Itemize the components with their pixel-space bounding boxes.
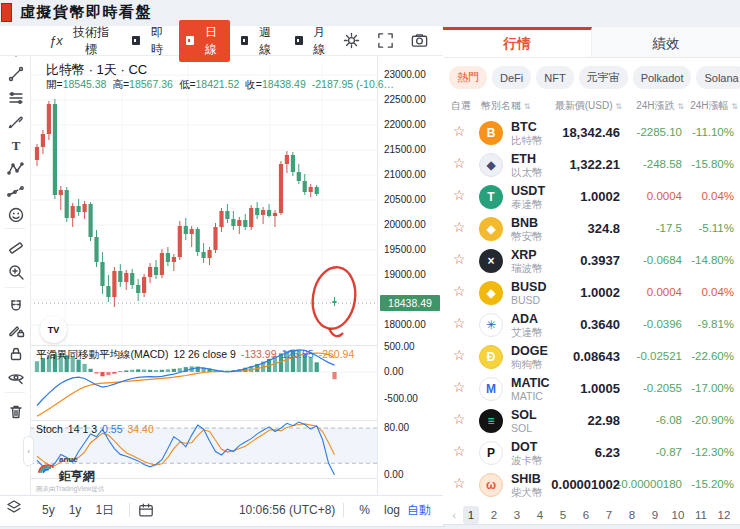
layers-icon — [5, 498, 23, 516]
tool-forecast-button[interactable] — [4, 180, 28, 204]
tool-brush-button[interactable] — [4, 110, 28, 134]
coin-symbol: SHIB — [511, 472, 541, 486]
filter-pill[interactable]: 熱門 — [449, 66, 487, 89]
tool-text-button[interactable]: T — [4, 133, 28, 157]
page-4[interactable]: 4 — [532, 506, 548, 524]
toolbar-collapse-handle[interactable]: ‹ — [23, 436, 34, 466]
tool-gann-fib-button[interactable] — [4, 86, 28, 110]
range-5y-button[interactable]: 5y — [42, 503, 55, 517]
market-row-busd[interactable]: ☆◆BUSDBUSD1.00020.00040.04% — [443, 277, 740, 309]
goto-date-calendar-icon[interactable] — [138, 502, 154, 518]
tab-quotes[interactable]: 行情 — [443, 27, 592, 57]
filter-pill[interactable]: 元宇宙 — [579, 66, 628, 89]
watchlist-star-icon[interactable]: ☆ — [453, 412, 466, 426]
symbol-title: 比特幣 · 1天 · CC — [46, 61, 147, 79]
price-tick: 21000.00 — [384, 169, 426, 180]
table-header: 自選 幣別名稱 ⇅ 最新價(USD) ⇅ 24H漲跌 ⇅ 24H漲幅 ⇅ — [443, 95, 740, 117]
interval-daily-button[interactable]: 日線 — [179, 20, 229, 62]
market-row-usdt[interactable]: ☆TUSDT泰達幣1.00020.00040.04% — [443, 181, 740, 213]
market-row-xrp[interactable]: ☆×XRP瑞波幣0.3937-0.0684-14.80% — [443, 245, 740, 277]
page-10[interactable]: 10 — [670, 506, 686, 524]
sol-coin-icon: ≡ — [479, 409, 503, 433]
col-name[interactable]: 幣別名稱 ⇅ — [481, 99, 530, 113]
interval-weekly-button[interactable]: 週線 — [234, 20, 284, 62]
tool-lock-all-button[interactable] — [4, 342, 28, 366]
fullscreen-icon[interactable] — [376, 31, 395, 50]
market-row-bnb[interactable]: ☆◆BNB幣安幣324.8-17.5-5.11% — [443, 213, 740, 245]
filter-pill[interactable]: DeFi — [492, 66, 531, 89]
price-chart-canvas[interactable] — [30, 56, 377, 345]
page-5[interactable]: 5 — [555, 506, 571, 524]
chart-bottom-bar: 5y 1y 1日 10:06:56 (UTC+8) % log 自動 — [0, 495, 443, 524]
tool-drawing-lock-button[interactable] — [4, 318, 28, 342]
watchlist-star-icon[interactable]: ☆ — [453, 284, 466, 298]
tradingview-logo[interactable]: TV — [40, 316, 67, 343]
page-3[interactable]: 3 — [509, 506, 525, 524]
text-icon: T — [7, 136, 25, 154]
filter-pill[interactable]: Polkadot — [633, 66, 692, 89]
market-row-doge[interactable]: ☆ÐDOGE狗狗幣0.08643-0.02521-22.60% — [443, 341, 740, 373]
log-scale-button[interactable]: log — [384, 503, 400, 517]
watchlist-star-icon[interactable]: ☆ — [453, 380, 466, 394]
interval-realtime-button[interactable]: 即時 — [125, 20, 175, 62]
page-11[interactable]: 11 — [693, 506, 709, 524]
page-2[interactable]: 2 — [486, 506, 502, 524]
page-9[interactable]: 9 — [647, 506, 663, 524]
page-7[interactable]: 7 — [601, 506, 617, 524]
coin-symbol: SOL — [511, 408, 537, 422]
eth-coin-icon: ◆ — [479, 153, 503, 177]
settings-gear-icon[interactable] — [342, 31, 361, 50]
market-row-matic[interactable]: ☆MMATICMATIC1.0005-0.2055-17.00% — [443, 373, 740, 405]
object-tree-button[interactable] — [5, 498, 23, 519]
camera-icon[interactable] — [410, 31, 429, 50]
page-6[interactable]: 6 — [578, 506, 594, 524]
page-12[interactable]: 12 — [716, 506, 732, 524]
watchlist-star-icon[interactable]: ☆ — [453, 220, 466, 234]
price-axis[interactable]: 23000.0022500.0022000.0021500.0021000.00… — [377, 56, 444, 495]
watchlist-star-icon[interactable]: ☆ — [453, 156, 466, 170]
percent-scale-button[interactable]: % — [359, 503, 370, 517]
page-8[interactable]: 8 — [624, 506, 640, 524]
watchlist-star-icon[interactable]: ☆ — [453, 188, 466, 202]
auto-scale-button[interactable]: 自動 — [407, 502, 431, 519]
filter-pill[interactable]: NFT — [536, 66, 573, 89]
range-1d-button[interactable]: 1日 — [95, 502, 114, 519]
market-row-shib[interactable]: ☆ωSHIB柴犬幣0.00001002-0.00000180-15.20% — [443, 469, 740, 501]
interval-monthly-button[interactable]: 月線 — [288, 20, 338, 62]
market-panel: 行情績效 熱門DeFiNFT元宇宙PolkadotSolana 自選 幣別名稱 … — [443, 27, 740, 525]
market-row-sol[interactable]: ☆≡SOLSOL22.98-6.08-20.90% — [443, 405, 740, 437]
coin-symbol: ETH — [511, 152, 536, 166]
watchlist-star-icon[interactable]: ☆ — [453, 252, 466, 266]
col-price[interactable]: 最新價(USD) ⇅ — [555, 99, 622, 113]
tool-delete-all-button[interactable] — [4, 400, 28, 424]
market-row-ada[interactable]: ☆✳ADA艾達幣0.3640-0.0396-9.81% — [443, 309, 740, 341]
chart-toolbar: ƒx 技術指標 即時 日線 週線 月線 — [0, 26, 443, 56]
tool-emoji-button[interactable] — [4, 203, 28, 227]
tool-trend-line-button[interactable] — [4, 62, 28, 86]
pagination-prev[interactable]: ‹ — [452, 509, 456, 521]
candle-icon — [241, 36, 249, 45]
market-row-btc[interactable]: ☆BBTC比特幣18,342.46-2285.10-11.10% — [443, 117, 740, 149]
price-tick: 22500.00 — [384, 94, 426, 105]
coin-price: 0.00001002 — [551, 477, 620, 492]
tool-ruler-button[interactable] — [4, 236, 28, 260]
watchlist-star-icon[interactable]: ☆ — [453, 124, 466, 138]
col-pct[interactable]: 24H漲幅 ⇅ — [690, 99, 738, 113]
toolbar-divider — [5, 287, 25, 288]
indicators-button[interactable]: ƒx 技術指標 — [42, 20, 121, 62]
watchlist-star-icon[interactable]: ☆ — [453, 316, 466, 330]
watchlist-star-icon[interactable]: ☆ — [453, 444, 466, 458]
tab-performance[interactable]: 績效 — [592, 27, 740, 57]
page-1[interactable]: 1 — [463, 506, 479, 524]
tool-zoom-in-button[interactable] — [4, 260, 28, 284]
col-change[interactable]: 24H漲跌 ⇅ — [636, 99, 684, 113]
watchlist-star-icon[interactable]: ☆ — [453, 348, 466, 362]
range-1y-button[interactable]: 1y — [69, 503, 82, 517]
tool-hide-all-button[interactable] — [4, 366, 28, 390]
market-row-eth[interactable]: ☆◆ETH以太幣1,322.21-248.58-15.80% — [443, 149, 740, 181]
market-row-dot[interactable]: ☆PDOT波卡幣6.23-0.87-12.30% — [443, 437, 740, 469]
tool-magnet-button[interactable] — [4, 295, 28, 319]
watchlist-star-icon[interactable]: ☆ — [453, 476, 466, 490]
tool-xabcd-pattern-button[interactable] — [4, 157, 28, 181]
filter-pill[interactable]: Solana — [696, 66, 740, 89]
